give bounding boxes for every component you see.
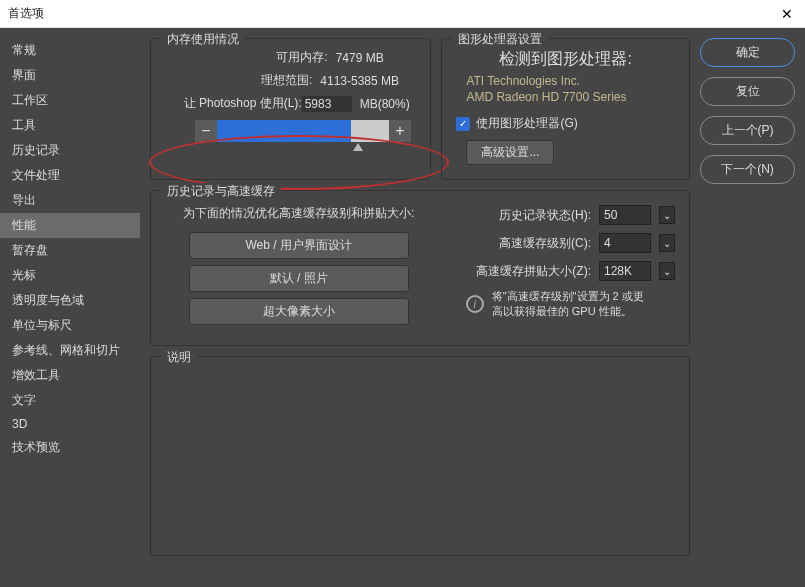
sidebar-item-general[interactable]: 常规: [0, 38, 140, 63]
right-buttons: 确定 复位 上一个(P) 下一个(N): [700, 28, 805, 587]
annotation-ellipse: [149, 135, 449, 190]
preset-large-button[interactable]: 超大像素大小: [189, 298, 409, 325]
sidebar-item-tech-preview[interactable]: 技术预览: [0, 435, 140, 460]
ideal-label: 理想范围:: [182, 72, 312, 89]
cache-levels-dropdown[interactable]: ⌄: [659, 234, 675, 252]
gpu-title: 图形处理器设置: [452, 31, 548, 48]
dialog-title: 首选项: [8, 5, 777, 22]
next-button[interactable]: 下一个(N): [700, 155, 795, 184]
sidebar-item-file-handling[interactable]: 文件处理: [0, 163, 140, 188]
ideal-value: 4113-5385 MB: [320, 74, 399, 88]
memory-input[interactable]: [302, 96, 352, 112]
cache-tip: 将"高速缓存级别"设置为 2 或更高以获得最佳的 GPU 性能。: [492, 289, 652, 319]
main-panel: 内存使用情况 可用内存: 7479 MB 理想范围: 4113-5385 MB …: [140, 28, 700, 587]
available-value: 7479 MB: [336, 51, 384, 65]
sidebar-item-scratch-disks[interactable]: 暂存盘: [0, 238, 140, 263]
sidebar-item-history-log[interactable]: 历史记录: [0, 138, 140, 163]
slider-track[interactable]: [217, 120, 389, 142]
titlebar: 首选项 ✕: [0, 0, 805, 28]
chevron-down-icon: ⌄: [663, 210, 671, 221]
gpu-detected-label: 检测到图形处理器:: [456, 49, 675, 70]
history-desc: 为下面的情况优化高速缓存级别和拼贴大小:: [165, 205, 432, 222]
sidebar-item-interface[interactable]: 界面: [0, 63, 140, 88]
description-section: 说明: [150, 356, 690, 556]
sidebar-item-performance[interactable]: 性能: [0, 213, 140, 238]
sidebar-item-tools[interactable]: 工具: [0, 113, 140, 138]
memory-section: 内存使用情况 可用内存: 7479 MB 理想范围: 4113-5385 MB …: [150, 38, 431, 180]
history-title: 历史记录与高速缓存: [161, 183, 281, 200]
history-states-label: 历史记录状态(H):: [499, 207, 591, 224]
dialog-body: 常规 界面 工作区 工具 历史记录 文件处理 导出 性能 暂存盘 光标 透明度与…: [0, 28, 805, 587]
sidebar-item-guides[interactable]: 参考线、网格和切片: [0, 338, 140, 363]
minus-icon: −: [201, 122, 210, 140]
cache-levels-input[interactable]: [599, 233, 651, 253]
let-unit: MB(80%): [360, 97, 410, 111]
memory-title: 内存使用情况: [161, 31, 245, 48]
tile-size-input[interactable]: [599, 261, 651, 281]
available-label: 可用内存:: [198, 49, 328, 66]
tile-size-dropdown[interactable]: ⌄: [659, 262, 675, 280]
sidebar-item-export[interactable]: 导出: [0, 188, 140, 213]
chevron-down-icon: ⌄: [663, 266, 671, 277]
sidebar-item-units[interactable]: 单位与标尺: [0, 313, 140, 338]
history-cache-section: 历史记录与高速缓存 为下面的情况优化高速缓存级别和拼贴大小: Web / 用户界…: [150, 190, 690, 346]
preferences-dialog: 首选项 ✕ 常规 界面 工作区 工具 历史记录 文件处理 导出 性能 暂存盘 光…: [0, 0, 805, 587]
gpu-model: AMD Radeon HD 7700 Series: [466, 90, 675, 106]
slider-fill: [217, 120, 351, 142]
history-states-input[interactable]: [599, 205, 651, 225]
sidebar: 常规 界面 工作区 工具 历史记录 文件处理 导出 性能 暂存盘 光标 透明度与…: [0, 28, 140, 587]
sidebar-item-workspace[interactable]: 工作区: [0, 88, 140, 113]
ok-button[interactable]: 确定: [700, 38, 795, 67]
sidebar-item-cursors[interactable]: 光标: [0, 263, 140, 288]
reset-button[interactable]: 复位: [700, 77, 795, 106]
use-gpu-label: 使用图形处理器(G): [476, 115, 577, 132]
sidebar-item-transparency[interactable]: 透明度与色域: [0, 288, 140, 313]
preset-default-button[interactable]: 默认 / 照片: [189, 265, 409, 292]
gpu-advanced-button[interactable]: 高级设置...: [466, 140, 554, 165]
description-title: 说明: [161, 349, 197, 366]
tile-size-label: 高速缓存拼贴大小(Z):: [476, 263, 591, 280]
close-icon[interactable]: ✕: [777, 4, 797, 24]
sidebar-item-3d[interactable]: 3D: [0, 413, 140, 435]
history-states-dropdown[interactable]: ⌄: [659, 206, 675, 224]
chevron-down-icon: ⌄: [663, 238, 671, 249]
preset-web-button[interactable]: Web / 用户界面设计: [189, 232, 409, 259]
gpu-section: 图形处理器设置 检测到图形处理器: ATI Technologies Inc. …: [441, 38, 690, 180]
let-use-label: 让 Photoshop 使用(L):: [172, 95, 302, 112]
use-gpu-checkbox[interactable]: ✓: [456, 117, 470, 131]
slider-minus-button[interactable]: −: [195, 120, 217, 142]
info-icon: i: [466, 295, 484, 313]
slider-plus-button[interactable]: +: [389, 120, 411, 142]
slider-handle-icon[interactable]: [353, 143, 363, 151]
plus-icon: +: [395, 122, 404, 140]
gpu-vendor: ATI Technologies Inc.: [466, 74, 675, 90]
memory-slider[interactable]: − +: [195, 120, 416, 142]
prev-button[interactable]: 上一个(P): [700, 116, 795, 145]
check-icon: ✓: [459, 118, 467, 129]
sidebar-item-type[interactable]: 文字: [0, 388, 140, 413]
cache-levels-label: 高速缓存级别(C):: [499, 235, 591, 252]
sidebar-item-plugins[interactable]: 增效工具: [0, 363, 140, 388]
